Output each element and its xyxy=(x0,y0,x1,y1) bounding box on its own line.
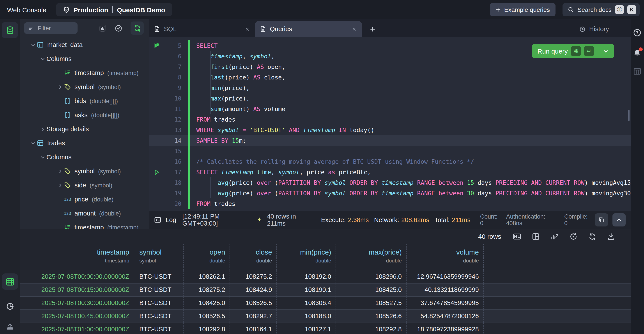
example-queries-button[interactable]: Example queries xyxy=(490,3,556,16)
code-text: sum(amount) AS volume xyxy=(190,104,285,114)
restore-button[interactable] xyxy=(570,232,578,240)
markdown-button[interactable] xyxy=(513,232,521,240)
layout-button[interactable] xyxy=(532,232,540,240)
code-line-14[interactable]: 14SAMPLE BY 15m; xyxy=(149,135,631,146)
import-button[interactable] xyxy=(2,318,18,334)
tree-item-columns[interactable]: Columns xyxy=(20,52,149,66)
search-docs-button[interactable]: Search docs ⌘ K xyxy=(562,3,640,16)
notifications-button[interactable] xyxy=(633,48,642,57)
code-line-12[interactable]: 12FROM trades xyxy=(149,114,631,125)
tab-queries[interactable]: Queries xyxy=(255,21,362,37)
refresh-button[interactable] xyxy=(130,22,144,35)
code-line-18[interactable]: 18 avg(price) over (PARTITION BY symbol … xyxy=(149,177,631,188)
tree-item-label: trades xyxy=(47,139,65,146)
code-text: SELECT timestamp time, symbol, price as … xyxy=(190,167,371,177)
column-header-max-price-[interactable]: max(price)double xyxy=(336,244,406,270)
run-statement-icon[interactable] xyxy=(149,169,164,175)
chart-view-button[interactable] xyxy=(2,298,18,314)
add-chart-button[interactable] xyxy=(99,24,106,32)
new-tab-button[interactable] xyxy=(367,26,378,33)
tree-item-columns[interactable]: Columns xyxy=(20,150,149,164)
k-key: K xyxy=(627,5,636,14)
instance-name: QuestDB Demo xyxy=(117,6,165,13)
code-text: first(price) AS open, xyxy=(190,61,285,72)
code-line-20[interactable]: 20FROM trades xyxy=(149,198,631,209)
table-row[interactable]: 2025-07-08T00:45:00.000000ZBTC-USDT10852… xyxy=(20,309,631,322)
code-line-17[interactable]: 17SELECT timestamp time, symbol, price a… xyxy=(149,167,631,177)
table-row[interactable]: 2025-07-08T01:00:00.000000ZBTC-USDT10829… xyxy=(20,322,631,334)
table-row[interactable]: 2025-07-08T00:30:00.000000ZBTC-USDT10842… xyxy=(20,296,631,309)
tree-item-label: side xyxy=(74,182,86,189)
tree-item-symbol[interactable]: symbol(symbol) xyxy=(20,164,149,178)
divider xyxy=(112,6,113,13)
svg-text:?: ? xyxy=(636,30,638,35)
tree-item-side[interactable]: side(symbol) xyxy=(20,178,149,192)
code-line-16[interactable]: 16/* Calculates the rolling moving avera… xyxy=(149,156,631,167)
close-tab-icon[interactable] xyxy=(352,27,356,31)
column-header-timestamp[interactable]: timestamptimestamp xyxy=(20,244,134,270)
tables-panel-button[interactable] xyxy=(2,22,18,38)
tree-item-bids[interactable]: bids(double[][]) xyxy=(20,94,149,108)
code-line-9[interactable]: 9 min(price), xyxy=(149,83,631,93)
tree-item-trades[interactable]: trades xyxy=(20,136,149,150)
line-number: 13 xyxy=(164,127,188,133)
code-editor[interactable]: 5SELECT6 timestamp, symbol,7 first(price… xyxy=(149,37,631,211)
help-button[interactable]: ? xyxy=(633,28,642,37)
line-number: 20 xyxy=(164,200,188,207)
tree-item-amount[interactable]: 123amount(double) xyxy=(20,206,149,220)
column-header-volume[interactable]: volumedouble xyxy=(406,244,484,270)
code-line-7[interactable]: 7 first(price) AS open, xyxy=(149,61,631,72)
tree-item-label: timestamp xyxy=(74,69,104,76)
tag-icon xyxy=(64,83,74,90)
instance-selector[interactable]: Production QuestDB Demo xyxy=(56,3,172,16)
tree-item-asks[interactable]: asks(double[][]) xyxy=(20,108,149,122)
code-line-8[interactable]: 8 last(price) AS close, xyxy=(149,72,631,83)
array-icon xyxy=(64,97,74,104)
tab-sql[interactable]: SQL xyxy=(149,21,255,37)
download-button[interactable] xyxy=(607,232,615,240)
code-line-13[interactable]: 13WHERE symbol = 'BTC-USDT' AND timestam… xyxy=(149,125,631,135)
code-text: timestamp, symbol, xyxy=(190,51,275,61)
code-line-15[interactable]: 15 xyxy=(149,146,631,156)
topbar: Web Console Production QuestDB Demo Exam… xyxy=(0,0,644,19)
run-query-button[interactable]: Run query ⌘ ↵ xyxy=(532,44,614,58)
filter-input[interactable]: Filter... xyxy=(24,22,78,34)
column-header-symbol[interactable]: symbolsymbol xyxy=(134,244,184,270)
code-line-19[interactable]: 19 avg(price) over (PARTITION BY symbol … xyxy=(149,188,631,198)
indent-guide xyxy=(210,93,211,104)
cell-volume: 37.67478545999995 xyxy=(406,297,484,309)
code-line-10[interactable]: 10 max(price), xyxy=(149,93,631,104)
refresh-button[interactable] xyxy=(588,232,596,240)
check-circle-button[interactable] xyxy=(115,24,122,32)
table-row[interactable]: 2025-07-08T00:15:00.000000ZBTC-USDT10827… xyxy=(20,283,631,296)
tree-item-storage-details[interactable]: Storage details xyxy=(20,122,149,136)
refresh-icon xyxy=(588,232,596,240)
code-text: avg(price) over (PARTITION BY symbol ORD… xyxy=(190,177,631,188)
tree-item-timestamp[interactable]: timestamp(timestamp) xyxy=(20,66,149,80)
cell-symbol: BTC-USDT xyxy=(134,297,184,309)
code-line-11[interactable]: 11 sum(amount) AS volume xyxy=(149,104,631,114)
close-tab-icon[interactable] xyxy=(245,27,250,31)
tree-item-symbol[interactable]: symbol(symbol) xyxy=(20,80,149,94)
collapse-log-button[interactable] xyxy=(612,213,626,227)
tree-item-price[interactable]: 123price(double) xyxy=(20,192,149,206)
chevron-down-icon xyxy=(39,56,46,61)
table-icon xyxy=(37,139,47,146)
history-button[interactable]: History xyxy=(576,25,612,33)
tree-item-market-data[interactable]: market_data xyxy=(20,38,149,52)
copy-log-button[interactable] xyxy=(595,213,608,227)
table-row[interactable]: 2025-07-08T00:00:00.000000ZBTC-USDT10826… xyxy=(20,270,631,283)
column-header-open[interactable]: opendouble xyxy=(184,244,230,270)
tables-panel-toggle-button[interactable] xyxy=(633,67,642,76)
column-header-close[interactable]: closedouble xyxy=(230,244,277,270)
editor-scrollbar[interactable] xyxy=(628,110,630,121)
tree-item-timestamp[interactable]: timestamp(timestamp) xyxy=(20,220,149,229)
tree-item-type: (double[][]) xyxy=(91,112,120,118)
history-icon xyxy=(579,26,586,32)
column-header-min-price-[interactable]: min(price)double xyxy=(277,244,336,270)
line-number: 15 xyxy=(164,148,188,154)
grid-view-button[interactable] xyxy=(2,273,18,290)
query-success-icon[interactable] xyxy=(149,42,164,49)
chart-button[interactable] xyxy=(551,232,558,240)
column-type: double xyxy=(406,257,483,265)
